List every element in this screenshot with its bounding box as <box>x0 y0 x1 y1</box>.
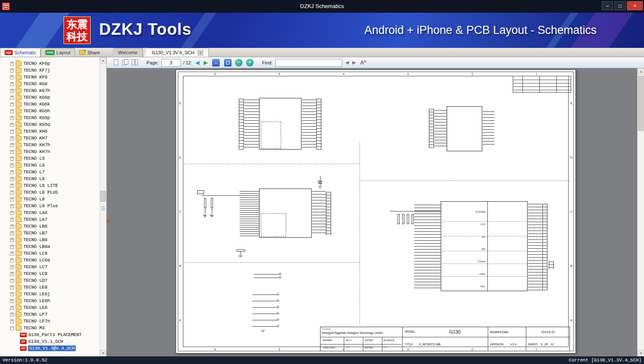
expand-plus-icon[interactable]: + <box>10 313 14 317</box>
file-label-selected[interactable]: G130_V1.3@V.4_SCH <box>28 346 75 351</box>
sidebar-scrollbar[interactable]: ▲ ▼ <box>100 57 106 356</box>
expand-plus-icon[interactable]: + <box>10 69 14 72</box>
previous-page-button[interactable]: ◀ <box>195 59 199 66</box>
tree-folder-item[interactable]: + TECNO L9 <box>0 196 100 203</box>
collapse-sidebar-arrow-icon[interactable] <box>107 219 110 223</box>
tree-folder-item[interactable]: + TECNO LF7n <box>0 318 100 325</box>
expand-plus-icon[interactable]: + <box>10 258 14 262</box>
tab-welcome[interactable]: Welcome <box>110 48 143 57</box>
splitter-grip[interactable] <box>101 206 105 211</box>
fit-page-button[interactable] <box>224 59 232 67</box>
tab-layout[interactable]: PADS Layout <box>41 48 75 57</box>
tree-folder-item[interactable]: + TECNO LA6 <box>0 209 100 216</box>
tree-folder-item[interactable]: + TECNO KH7h <box>0 142 100 148</box>
folder-label[interactable]: TECNO KF6p <box>23 61 50 66</box>
folder-label[interactable]: TECNO KG8 <box>23 81 47 86</box>
expand-plus-icon[interactable]: + <box>10 136 14 140</box>
tree-folder-item[interactable]: + TECNO LE6j <box>0 291 100 297</box>
expand-plus-icon[interactable]: + <box>10 157 14 161</box>
match-case-button[interactable]: Aa <box>360 59 366 66</box>
minimize-button[interactable]: – <box>602 1 613 10</box>
expand-plus-icon[interactable]: + <box>10 96 14 100</box>
expand-plus-icon[interactable]: + <box>10 272 14 276</box>
expand-plus-icon[interactable]: + <box>10 231 14 235</box>
expand-plus-icon[interactable]: + <box>10 306 14 310</box>
zoom-in-button[interactable]: + <box>246 59 254 67</box>
file-label[interactable]: G130_V1.1_SCH <box>28 339 63 344</box>
find-previous-button[interactable]: ◀ <box>345 60 349 65</box>
tree-folder-item[interactable]: + TECNO L9 Plus <box>0 203 100 209</box>
expand-plus-icon[interactable]: + <box>10 184 14 188</box>
tree-folder-item[interactable]: + TECNO KG5q <box>0 121 100 128</box>
tree-folder-item[interactable]: + TECNO LB8a <box>0 243 100 250</box>
expand-plus-icon[interactable]: + <box>10 279 14 283</box>
folder-label[interactable]: TECNO KG5p <box>23 115 50 120</box>
scrollbar-thumb[interactable] <box>638 76 644 131</box>
expand-plus-icon[interactable]: + <box>10 103 14 106</box>
expand-plus-icon[interactable]: + <box>10 123 14 127</box>
folder-label[interactable]: TECNO KG6k <box>23 102 50 107</box>
tree-folder-item[interactable]: + TECNO KG5h <box>0 108 100 114</box>
folder-label[interactable]: TECNO LE6h <box>23 298 50 303</box>
find-next-button[interactable]: ▶ <box>352 60 356 65</box>
folder-label[interactable]: TECNO KG5q <box>23 122 50 127</box>
folder-label[interactable]: TECNO M3 <box>23 325 44 331</box>
tree-folder-item[interactable]: + TECNO L7 <box>0 169 100 175</box>
view-single-page-icon[interactable] <box>113 59 119 66</box>
scrollbar-thumb[interactable] <box>100 191 106 202</box>
folder-label[interactable]: TECNO L8 LITE <box>23 183 58 188</box>
expand-plus-icon[interactable]: + <box>10 89 14 93</box>
collapse-minus-icon[interactable]: − <box>10 326 14 330</box>
folder-label[interactable]: TECNO LB8 <box>23 237 47 242</box>
tree-folder-item[interactable]: + TECNO KG5p <box>0 114 100 121</box>
expand-plus-icon[interactable]: + <box>10 75 14 79</box>
tree-folder-item[interactable]: + TECNO LC8 <box>0 270 100 277</box>
expand-plus-icon[interactable]: + <box>10 150 14 154</box>
folder-label[interactable]: TECNO LF7n <box>23 319 50 324</box>
folder-label[interactable]: TECNO LE6j <box>23 292 50 297</box>
folder-label[interactable]: TECNO KH6 <box>23 129 47 134</box>
expand-plus-icon[interactable]: + <box>10 164 14 167</box>
folder-label[interactable]: TECNO KG7h <box>23 88 50 93</box>
folder-label[interactable]: TECNO LE6 <box>23 305 47 310</box>
folder-label[interactable]: TECNO LA6 <box>23 210 47 215</box>
scroll-down-button[interactable]: ▼ <box>100 350 106 356</box>
expand-plus-icon[interactable]: + <box>10 299 14 303</box>
page-number-input[interactable] <box>161 59 181 67</box>
tree-folder-item[interactable]: + TECNO L6 <box>0 162 100 169</box>
find-input[interactable] <box>275 59 342 67</box>
folder-label[interactable]: TECNO LB7 <box>23 231 47 236</box>
tree-folder-item[interactable]: + TECNO KF6p <box>0 60 100 67</box>
tree-folder-item[interactable]: + TECNO LA7 <box>0 216 100 223</box>
folder-label[interactable]: TECNO L9 <box>23 197 44 202</box>
tab-schematic[interactable]: PDF Schematic <box>0 48 41 57</box>
expand-plus-icon[interactable]: + <box>10 238 14 242</box>
tree-folder-item[interactable]: + TECNO LC7 <box>0 264 100 270</box>
tree-folder-item[interactable]: + TECNO L5 <box>0 155 100 162</box>
tab-g130-sch[interactable]: G130_V1.3V.4_SCH × <box>144 48 209 57</box>
folder-label[interactable]: TECNO KH7 <box>23 136 47 141</box>
folder-label[interactable]: TECNO L5 <box>23 156 44 161</box>
folder-label[interactable]: TECNO LF7 <box>23 312 47 317</box>
expand-plus-icon[interactable]: + <box>10 177 14 181</box>
model-tree[interactable]: + TECNO KF6p + TECNO KF7j + TECNO KF8 + … <box>0 57 100 356</box>
folder-label[interactable]: TECNO LB8a <box>23 244 50 249</box>
scroll-down-button[interactable]: ▼ <box>638 350 644 356</box>
folder-label[interactable]: TECNO KG6p <box>23 95 50 100</box>
tree-file-item-selected[interactable]: PDF G130_V1.3@V.4_SCH <box>0 345 100 352</box>
tree-folder-item[interactable]: + TECNO KG8 <box>0 81 100 87</box>
folder-label[interactable]: TECNO L8 <box>23 176 44 181</box>
zoom-out-button[interactable]: − <box>235 59 243 67</box>
tree-folder-item[interactable]: + TECNO LE6h <box>0 297 100 304</box>
expand-plus-icon[interactable]: + <box>10 218 14 222</box>
tree-folder-item[interactable]: + TECNO KH6 <box>0 128 100 135</box>
expand-plus-icon[interactable]: + <box>10 245 14 249</box>
document-view[interactable]: 654321 654321 EDCBA EDCBA <box>107 68 637 356</box>
tree-folder-item[interactable]: + TECNO KF7j <box>0 67 100 74</box>
expand-plus-icon[interactable]: + <box>10 320 14 323</box>
folder-label[interactable]: TECNO L6 <box>23 163 44 168</box>
expand-plus-icon[interactable]: + <box>10 252 14 256</box>
close-tab-icon[interactable]: × <box>198 50 203 56</box>
tree-file-item[interactable]: PDF G130_Parts PLACEMENT <box>0 331 100 338</box>
tree-folder-item[interactable]: + TECNO LE6 <box>0 304 100 311</box>
